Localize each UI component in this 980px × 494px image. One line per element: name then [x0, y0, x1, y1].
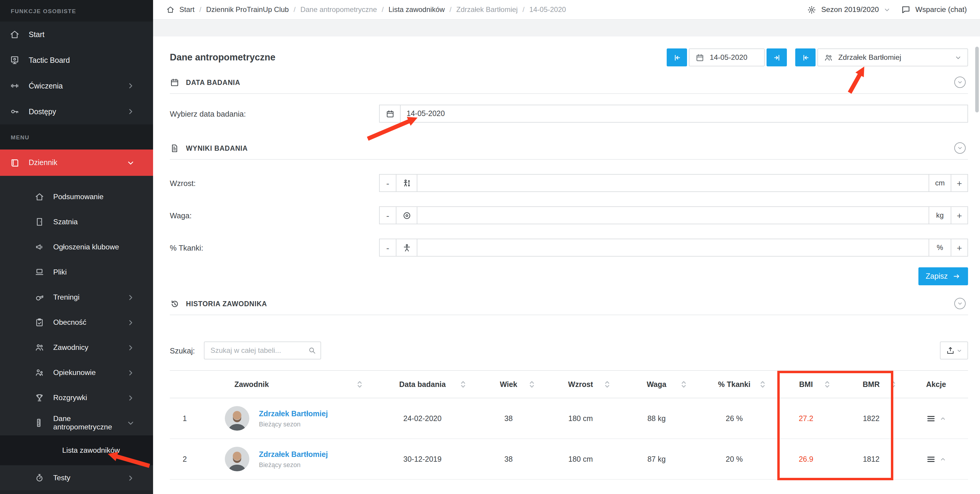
- col-bmi[interactable]: BMI: [774, 371, 838, 398]
- document-icon: [170, 143, 180, 153]
- sidebar-item-start[interactable]: Start: [0, 22, 153, 47]
- height-input[interactable]: [417, 174, 929, 192]
- date-display[interactable]: 14-05-2020: [689, 48, 765, 66]
- sidebar-item-dostepy[interactable]: Dostępy: [0, 99, 153, 124]
- sidebar-item-label: Pliki: [53, 268, 67, 276]
- home-icon: [35, 192, 44, 202]
- cell-age: 38: [474, 439, 543, 480]
- height-icon: [402, 178, 411, 188]
- chevron-down-icon: [957, 145, 963, 151]
- increment-button[interactable]: +: [951, 206, 968, 224]
- weight-field: - kg +: [379, 206, 968, 224]
- sidebar-item-obecnosc[interactable]: Obecność: [0, 310, 153, 335]
- chevron-right-icon: [127, 82, 135, 90]
- home-icon: [10, 29, 20, 40]
- col-data-badania[interactable]: Data badania: [371, 371, 474, 398]
- tactic-board-icon: [10, 55, 20, 65]
- cell-date: 30-12-2019: [371, 439, 474, 480]
- weight-icon-cell: [396, 206, 417, 224]
- sidebar-item-podsumowanie[interactable]: Podsumowanie: [0, 184, 153, 209]
- chevron-right-icon: [127, 369, 135, 376]
- prev-player-button[interactable]: [795, 48, 816, 66]
- chevron-down-icon: [957, 80, 963, 85]
- sidebar-item-opiekunowie[interactable]: Opiekunowie: [0, 360, 153, 385]
- sidebar-item-label: Dane antropometryczne: [53, 414, 127, 431]
- player-season: Bieżący sezon: [259, 461, 328, 468]
- height-icon-cell: [396, 174, 417, 192]
- cell-height: 180 cm: [543, 439, 618, 480]
- search-input[interactable]: [204, 341, 321, 359]
- increment-button[interactable]: +: [951, 239, 968, 257]
- sidebar-item-cwiczenia[interactable]: Ćwiczenia: [0, 73, 153, 99]
- sidebar-item-label: Szatnia: [53, 218, 78, 226]
- sidebar-item-dane-antropometryczne[interactable]: Dane antropometryczne: [0, 410, 153, 435]
- sidebar-item-treningi[interactable]: Treningi: [0, 285, 153, 310]
- sidebar-item-label: Ogłoszenia klubowe: [53, 243, 119, 251]
- sidebar-item-testy[interactable]: Testy: [0, 465, 153, 491]
- chat-icon[interactable]: [901, 5, 911, 14]
- collapse-section-button[interactable]: [954, 298, 966, 309]
- sidebar-item-rozgrywki[interactable]: Rozgrywki: [0, 385, 153, 410]
- height-unit: cm: [929, 174, 951, 192]
- sidebar-item-dziennik[interactable]: Dziennik: [0, 150, 153, 176]
- season-selector[interactable]: Sezon 2019/2020: [821, 5, 879, 14]
- col-bmr[interactable]: BMR: [838, 371, 904, 398]
- cell-num: 2: [170, 439, 200, 480]
- player-link[interactable]: Zdrzałek Bartłomiej: [259, 450, 328, 458]
- save-button[interactable]: Zapisz: [918, 267, 968, 285]
- weight-field-label: Waga:: [170, 211, 379, 220]
- next-date-button[interactable]: [767, 48, 787, 66]
- col-tkanki[interactable]: % Tkanki: [695, 371, 774, 398]
- sidebar-item-ogloszenia-klubowe[interactable]: Ogłoszenia klubowe: [0, 234, 153, 260]
- increment-button[interactable]: +: [951, 174, 968, 192]
- breadcrumb-lista-zawodnikow[interactable]: Lista zawodników: [388, 5, 445, 14]
- weight-input[interactable]: [417, 206, 929, 224]
- sort-icon: [760, 380, 765, 389]
- calendar-icon: [385, 109, 395, 118]
- collapse-section-button[interactable]: [954, 142, 966, 154]
- col-waga[interactable]: Waga: [618, 371, 695, 398]
- section-header-historia-zawodnika: HISTORIA ZAWODNIKA: [170, 292, 968, 315]
- row-actions-button[interactable]: [904, 414, 968, 423]
- sidebar-item-szatnia[interactable]: Szatnia: [0, 209, 153, 234]
- home-icon[interactable]: [166, 5, 175, 14]
- scrollbar-thumb[interactable]: [975, 47, 979, 112]
- key-icon: [10, 107, 20, 116]
- col-zawodnik[interactable]: Zawodnik: [200, 371, 371, 398]
- collapse-section-button[interactable]: [954, 76, 966, 88]
- sidebar-item-label: Lista zawodników: [62, 446, 120, 454]
- chevron-right-icon: [127, 474, 135, 482]
- topbar-right: Sezon 2019/2020 Wsparcie (chat): [808, 5, 967, 14]
- row-actions-button[interactable]: [904, 454, 968, 464]
- sort-icon: [529, 380, 535, 389]
- sidebar-item-tactic-board[interactable]: Tactic Board: [0, 47, 153, 73]
- support-chat-link[interactable]: Wsparcie (chat): [915, 5, 967, 14]
- col-wiek[interactable]: Wiek: [474, 371, 543, 398]
- sidebar-item-zawodnicy[interactable]: Zawodnicy: [0, 335, 153, 360]
- cell-bmi: 26.9: [774, 439, 838, 480]
- col-akcje: Akcje: [904, 371, 968, 398]
- decrement-button[interactable]: -: [379, 174, 396, 192]
- sidebar-item-label: Ćwiczenia: [29, 81, 63, 90]
- sidebar-item-pliki[interactable]: Pliki: [0, 260, 153, 285]
- breadcrumb-club[interactable]: Dziennik ProTrainUp Club: [206, 5, 289, 14]
- decrement-button[interactable]: -: [379, 239, 396, 257]
- cell-date: 24-02-2020: [371, 398, 474, 439]
- search-icon: [308, 346, 316, 355]
- sidebar-item-lista-zawodnikow[interactable]: Lista zawodników: [0, 435, 153, 465]
- book-icon: [10, 158, 20, 168]
- prev-date-button[interactable]: [667, 48, 687, 66]
- player-link[interactable]: Zdrzałek Bartłomiej: [259, 410, 328, 418]
- sort-icon: [890, 380, 896, 389]
- bodyfat-input[interactable]: [417, 239, 929, 257]
- date-input[interactable]: [400, 105, 968, 123]
- export-button[interactable]: [940, 341, 968, 359]
- calendar-icon: [695, 53, 704, 62]
- chevron-down-icon: [127, 159, 135, 167]
- player-select[interactable]: Zdrzałek Bartłomiej: [818, 48, 968, 66]
- decrement-button[interactable]: -: [379, 206, 396, 224]
- breadcrumb-start[interactable]: Start: [180, 5, 195, 14]
- page-title: Dane antropometryczne: [170, 52, 275, 63]
- col-wzrost[interactable]: Wzrost: [543, 371, 618, 398]
- gear-icon[interactable]: [808, 5, 816, 14]
